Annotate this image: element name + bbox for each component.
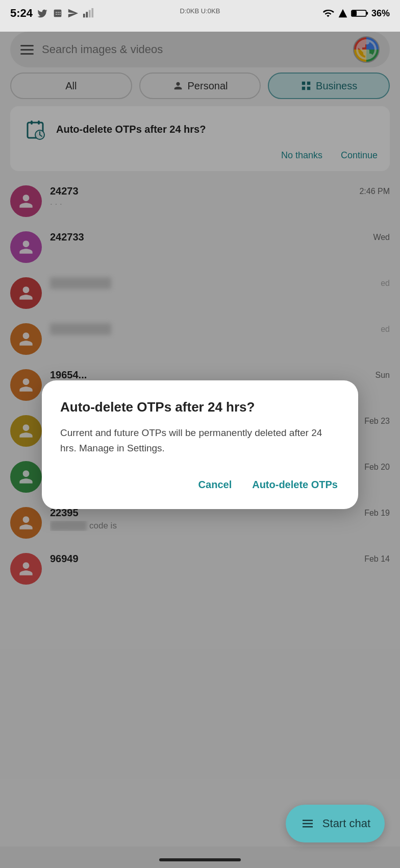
main-content: Search images & videos All Personal Busi… <box>0 32 400 868</box>
signal-icon <box>83 8 94 19</box>
start-chat-icon <box>300 816 315 831</box>
start-chat-label: Start chat <box>322 817 370 830</box>
battery-icon <box>351 8 368 19</box>
cell-signal-icon <box>338 8 348 19</box>
send-icon <box>67 8 79 19</box>
svg-rect-5 <box>366 12 368 14</box>
svg-rect-0 <box>83 14 85 17</box>
svg-rect-1 <box>86 12 88 17</box>
start-chat-fab[interactable]: Start chat <box>286 805 385 842</box>
status-left: 5:24 <box>10 7 94 20</box>
otp-dialog: Auto-delete OTPs after 24 hrs? Current a… <box>42 380 358 509</box>
auto-delete-button[interactable]: Auto-delete OTPs <box>250 475 340 495</box>
media-icon <box>52 8 63 19</box>
cancel-button[interactable]: Cancel <box>196 475 234 495</box>
status-time: 5:24 <box>10 7 33 20</box>
data-usage-text: D:0KB U:0KB <box>180 7 220 15</box>
status-right: 36% <box>321 8 390 19</box>
svg-rect-2 <box>89 10 91 18</box>
twitter-icon <box>37 8 48 19</box>
status-bar: 5:24 D:0KB U:0KB 36% <box>0 0 400 27</box>
dialog-title: Auto-delete OTPs after 24 hrs? <box>60 399 340 416</box>
battery-percent: 36% <box>371 8 390 19</box>
dialog-body: Current and future OTPs will be permanen… <box>60 425 340 456</box>
dialog-actions: Cancel Auto-delete OTPs <box>60 475 340 495</box>
svg-rect-6 <box>352 11 357 16</box>
wifi-icon <box>321 8 335 19</box>
svg-rect-3 <box>91 8 93 17</box>
